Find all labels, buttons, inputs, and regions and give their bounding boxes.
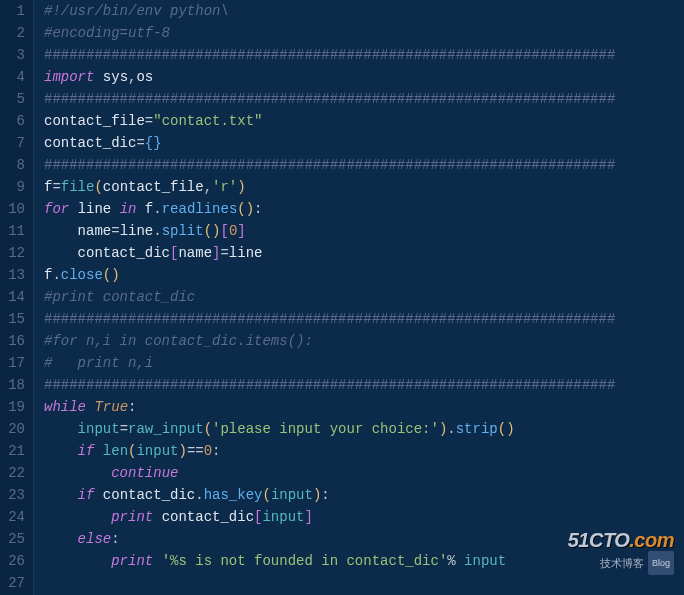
code-line: continue <box>44 462 684 484</box>
token: ] <box>237 220 245 242</box>
code-line: #!/usr/bin/env python\ <box>44 0 684 22</box>
code-line: ########################################… <box>44 308 684 330</box>
token <box>44 440 78 462</box>
token: ( <box>262 484 270 506</box>
token <box>69 198 77 220</box>
token: input <box>262 506 304 528</box>
code-line: for line in f.readlines(): <box>44 198 684 220</box>
line-number: 12 <box>4 242 25 264</box>
code-line: print '%s is not founded in contact_dic'… <box>44 550 684 572</box>
token: contact_dic <box>103 484 195 506</box>
token: ########################################… <box>44 308 615 330</box>
token: else <box>78 528 112 550</box>
line-number: 10 <box>4 198 25 220</box>
token: #for n,i in contact_dic.items(): <box>44 330 313 352</box>
token: if <box>78 440 95 462</box>
token <box>94 440 102 462</box>
token: . <box>447 418 455 440</box>
token <box>153 506 161 528</box>
token: { <box>145 132 153 154</box>
token: , <box>204 176 212 198</box>
line-number: 11 <box>4 220 25 242</box>
token: ( <box>103 264 111 286</box>
token <box>44 418 78 440</box>
token: continue <box>111 462 178 484</box>
token: = <box>111 220 119 242</box>
token: ########################################… <box>44 374 615 396</box>
token: input <box>78 418 120 440</box>
token: ( <box>498 418 506 440</box>
code-line: else: <box>44 528 684 550</box>
token: 0 <box>229 220 237 242</box>
token: ( <box>204 418 212 440</box>
code-line: print contact_dic[input] <box>44 506 684 528</box>
token: file <box>61 176 95 198</box>
token: ########################################… <box>44 44 615 66</box>
code-area: #!/usr/bin/env python\#encoding=utf-8###… <box>34 0 684 595</box>
token: ########################################… <box>44 88 615 110</box>
token: import <box>44 66 94 88</box>
token: has_key <box>204 484 263 506</box>
line-number: 7 <box>4 132 25 154</box>
token: line <box>120 220 154 242</box>
token: ( <box>94 176 102 198</box>
token <box>44 528 78 550</box>
token <box>456 550 464 572</box>
token: # print n,i <box>44 352 153 374</box>
token: contact_file <box>44 110 145 132</box>
code-line: while True: <box>44 396 684 418</box>
token <box>44 242 78 264</box>
token: contact_dic <box>44 132 136 154</box>
line-number: 21 <box>4 440 25 462</box>
token: strip <box>456 418 498 440</box>
code-line: input=raw_input('please input your choic… <box>44 418 684 440</box>
line-number: 2 <box>4 22 25 44</box>
line-number: 6 <box>4 110 25 132</box>
token: close <box>61 264 103 286</box>
token: 0 <box>204 440 212 462</box>
line-number-gutter: 1234567891011121314151617181920212223242… <box>0 0 34 595</box>
token: while <box>44 396 86 418</box>
token: os <box>136 66 153 88</box>
code-line: ########################################… <box>44 88 684 110</box>
line-number: 26 <box>4 550 25 572</box>
code-line: # print n,i <box>44 352 684 374</box>
token: = <box>120 418 128 440</box>
code-line: f.close() <box>44 264 684 286</box>
token: for <box>44 198 69 220</box>
code-line: f=file(contact_file,'r') <box>44 176 684 198</box>
token: True <box>94 396 128 418</box>
code-line: contact_dic[name]=line <box>44 242 684 264</box>
token: = <box>136 132 144 154</box>
token <box>44 506 111 528</box>
token: [ <box>170 242 178 264</box>
token: in <box>120 198 137 220</box>
token <box>44 462 111 484</box>
token: : <box>321 484 329 506</box>
token: . <box>195 484 203 506</box>
token: "contact.txt" <box>153 110 262 132</box>
line-number: 9 <box>4 176 25 198</box>
code-line: if contact_dic.has_key(input): <box>44 484 684 506</box>
line-number: 14 <box>4 286 25 308</box>
token: sys <box>103 66 128 88</box>
token: ) <box>313 484 321 506</box>
token: ) <box>439 418 447 440</box>
token: input <box>464 550 506 572</box>
token: ] <box>304 506 312 528</box>
line-number: 8 <box>4 154 25 176</box>
token: ) <box>212 220 220 242</box>
token: f <box>44 176 52 198</box>
line-number: 22 <box>4 462 25 484</box>
token: raw_input <box>128 418 204 440</box>
token: f <box>145 198 153 220</box>
code-line: contact_dic={} <box>44 132 684 154</box>
token: ] <box>212 242 220 264</box>
token: . <box>52 264 60 286</box>
code-line: import sys,os <box>44 66 684 88</box>
token: % <box>447 550 455 572</box>
code-line: ########################################… <box>44 154 684 176</box>
token: contact_dic <box>78 242 170 264</box>
token: contact_file <box>103 176 204 198</box>
token: print <box>111 506 153 528</box>
